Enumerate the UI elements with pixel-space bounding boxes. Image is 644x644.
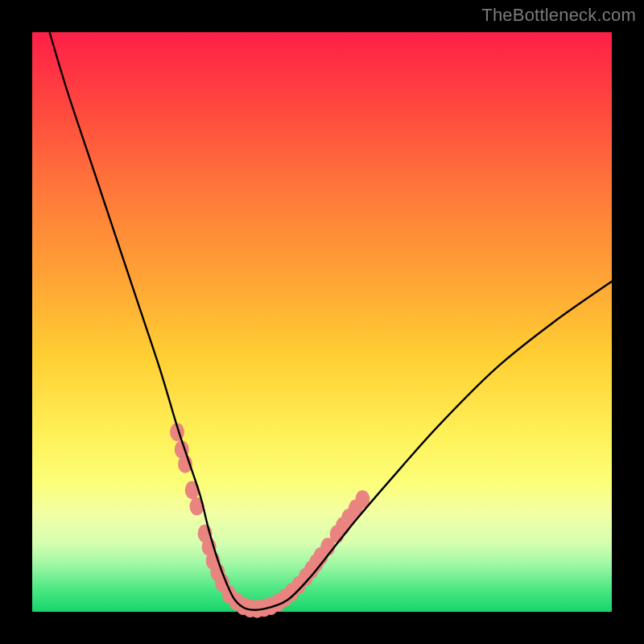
chart-frame: TheBottleneck.com bbox=[0, 0, 644, 644]
highlight-points bbox=[170, 423, 369, 618]
plot-area bbox=[32, 32, 612, 612]
chart-svg bbox=[32, 32, 612, 612]
bottleneck-curve bbox=[50, 32, 612, 610]
watermark-text: TheBottleneck.com bbox=[481, 5, 636, 26]
